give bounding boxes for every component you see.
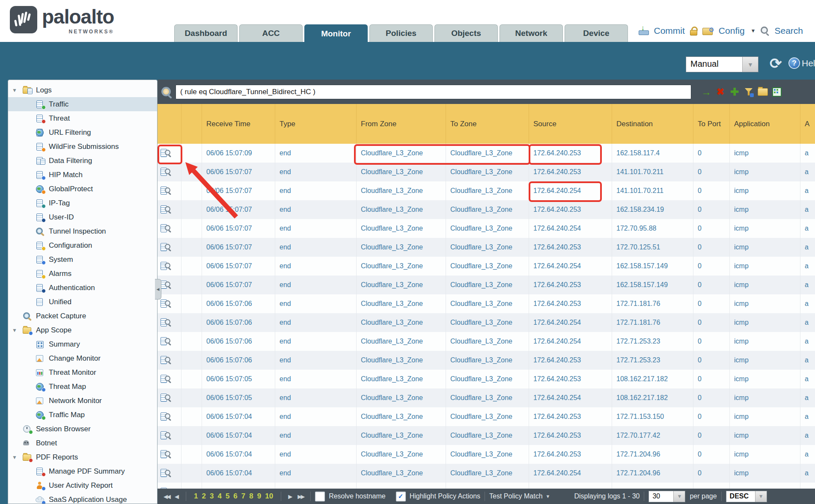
filter-builder-icon[interactable] [743, 86, 754, 98]
sidebar-item-traffic-map[interactable]: Traffic Map [8, 408, 157, 422]
refresh-interval-caret-icon[interactable]: ▼ [742, 57, 758, 72]
tab-objects[interactable]: Objects [434, 24, 498, 42]
page-number-7[interactable]: 7 [241, 492, 245, 501]
sidebar-item-user-id[interactable]: User-ID [8, 210, 157, 224]
per-page-select[interactable]: 30 ▼ [648, 491, 685, 502]
config-link[interactable]: Config [719, 26, 745, 36]
log-detail-button[interactable] [158, 351, 181, 370]
filter-magnifier-icon[interactable] [161, 86, 172, 98]
column-header-destination[interactable]: Destination [612, 104, 693, 144]
column-header-application[interactable]: Application [730, 104, 800, 144]
sidebar-item-user-activity-report[interactable]: User Activity Report [8, 478, 157, 492]
sidebar-item-threat[interactable]: Threat [8, 111, 157, 125]
apply-filter-icon[interactable]: → [701, 86, 712, 98]
column-header-blank[interactable] [181, 104, 202, 144]
sidebar-item-tunnel-inspection[interactable]: Tunnel Inspection [8, 224, 157, 238]
sidebar-item-packet-capture[interactable]: Packet Capture [8, 309, 157, 323]
log-detail-button[interactable] [158, 483, 181, 489]
column-header-a[interactable]: A [800, 104, 815, 144]
sidebar-item-pdf-reports[interactable]: ▼ PDF Reports [8, 450, 157, 464]
column-header-type[interactable]: Type [275, 104, 357, 144]
tab-network[interactable]: Network [500, 24, 563, 42]
log-detail-button[interactable] [158, 370, 181, 388]
sidebar-item-system[interactable]: System [8, 252, 157, 267]
page-number-1[interactable]: 1 [194, 492, 198, 501]
log-detail-button[interactable] [158, 313, 181, 332]
log-detail-button[interactable] [158, 144, 181, 163]
log-detail-button[interactable] [158, 181, 181, 200]
sidebar-item-unified[interactable]: Unified [8, 295, 157, 309]
sidebar-collapse-handle[interactable]: ◀ [155, 279, 161, 299]
sidebar-item-saas-application-usage[interactable]: SaaS Application Usage [8, 492, 157, 504]
sidebar-item-botnet[interactable]: Botnet [8, 436, 157, 450]
page-number-2[interactable]: 2 [202, 492, 205, 501]
config-caret-icon[interactable]: ▼ [751, 28, 756, 34]
log-detail-button[interactable] [158, 238, 181, 257]
config-icon[interactable] [702, 26, 714, 36]
tab-device[interactable]: Device [565, 24, 628, 42]
search-link[interactable]: Search [774, 26, 803, 36]
highlight-policy-actions-checkbox[interactable]: ✓ [396, 492, 406, 501]
sidebar-item-summary[interactable]: Summary [8, 337, 157, 351]
log-detail-button[interactable] [158, 200, 181, 219]
expand-triangle-icon[interactable]: ▼ [12, 87, 17, 93]
tab-dashboard[interactable]: Dashboard [174, 24, 238, 42]
sidebar-item-manage-pdf-summary[interactable]: Manage PDF Summary [8, 464, 157, 478]
tab-monitor[interactable]: Monitor [304, 24, 368, 42]
prev-page-button[interactable]: ◀ [175, 493, 179, 500]
load-filter-folder-icon[interactable] [757, 86, 768, 98]
lock-icon[interactable] [690, 27, 697, 35]
sidebar-item-globalprotect[interactable]: GlobalProtect [8, 182, 157, 196]
sidebar-item-wildfire-submissions[interactable]: WildFire Submissions [8, 139, 157, 154]
test-policy-match-button[interactable]: Test Policy Match▼ [489, 492, 550, 500]
sidebar-item-app-scope[interactable]: ▼ App Scope [8, 323, 157, 337]
clear-filter-icon[interactable]: ✖ [715, 86, 726, 98]
next-page-button[interactable]: ▶ [288, 493, 292, 500]
log-detail-button[interactable] [158, 257, 181, 276]
refresh-interval-select[interactable]: Manual ▼ [686, 56, 758, 72]
sidebar-item-change-monitor[interactable]: Change Monitor [8, 351, 157, 365]
sidebar-item-alarms[interactable]: Alarms [8, 267, 157, 281]
page-number-4[interactable]: 4 [217, 492, 221, 501]
first-page-button[interactable]: ◀◀ [164, 493, 170, 500]
log-detail-button[interactable] [158, 332, 181, 351]
log-detail-button[interactable] [158, 426, 181, 445]
column-header-blank[interactable] [158, 104, 181, 144]
sidebar-item-ip-tag[interactable]: IP-Tag [8, 196, 157, 210]
column-header-to-port[interactable]: To Port [693, 104, 730, 144]
page-number-8[interactable]: 8 [249, 492, 253, 501]
tab-policies[interactable]: Policies [369, 24, 433, 42]
expand-triangle-icon[interactable]: ▼ [12, 327, 17, 333]
commit-link[interactable]: Commit [654, 26, 685, 36]
sidebar-item-threat-monitor[interactable]: Threat Monitor [8, 365, 157, 379]
sort-order-select[interactable]: DESC ▼ [726, 491, 767, 502]
page-number-3[interactable]: 3 [210, 492, 214, 501]
export-logs-icon[interactable] [771, 86, 782, 98]
sidebar-item-data-filtering[interactable]: Data Filtering [8, 154, 157, 168]
log-detail-button[interactable] [158, 219, 181, 238]
log-detail-button[interactable] [158, 163, 181, 181]
sidebar-item-authentication[interactable]: Authentication [8, 281, 157, 295]
page-number-5[interactable]: 5 [226, 492, 229, 501]
add-filter-icon[interactable]: ✚ [729, 86, 740, 98]
sidebar-item-threat-map[interactable]: Threat Map [8, 379, 157, 394]
sidebar-item-hip-match[interactable]: HIP Match [8, 168, 157, 182]
sidebar-item-session-browser[interactable]: Session Browser [8, 422, 157, 436]
help-link[interactable]: ? Help [788, 57, 815, 69]
sidebar-item-network-monitor[interactable]: Network Monitor [8, 394, 157, 408]
commit-icon[interactable] [639, 27, 649, 35]
sidebar-item-traffic[interactable]: Traffic [8, 97, 157, 111]
log-detail-button[interactable] [158, 445, 181, 464]
sidebar-item-url-filtering[interactable]: URL Filtering [8, 125, 157, 139]
log-detail-button[interactable] [158, 388, 181, 407]
expand-triangle-icon[interactable]: ▼ [12, 454, 17, 460]
sidebar-item-configuration[interactable]: Configuration [8, 238, 157, 252]
column-header-to-zone[interactable]: To Zone [446, 104, 529, 144]
sidebar-item-logs[interactable]: ▼ Logs [8, 83, 157, 97]
last-page-button[interactable]: ▶▶ [297, 493, 303, 500]
resolve-hostname-checkbox[interactable] [315, 492, 325, 501]
refresh-icon[interactable]: ⟳ [770, 55, 782, 72]
log-filter-input[interactable] [175, 85, 691, 99]
column-header-receive-time[interactable]: Receive Time [202, 104, 275, 144]
log-detail-button[interactable] [158, 464, 181, 483]
